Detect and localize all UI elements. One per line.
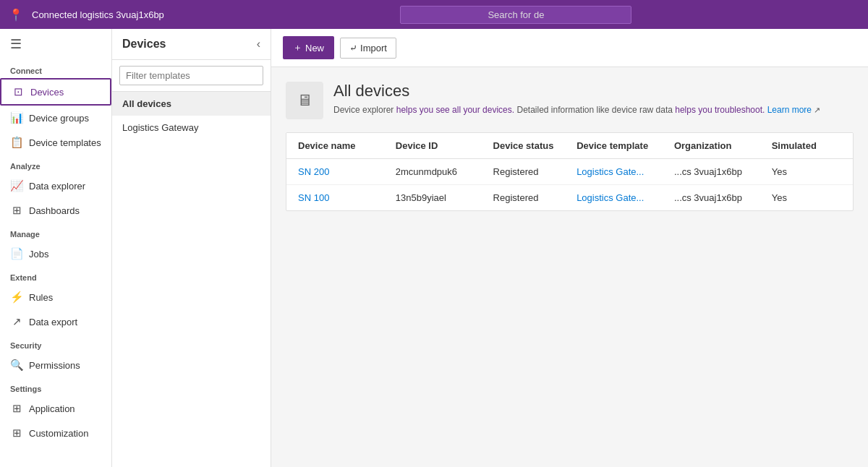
analyze-section-label: Analyze xyxy=(0,155,111,173)
import-button[interactable]: ⤶ Import xyxy=(340,38,396,59)
row1-template-link[interactable]: Logistics Gate... xyxy=(576,166,644,177)
desc-text-2: Detailed information like device raw dat… xyxy=(516,105,675,115)
middle-panel-header: Devices ‹ xyxy=(112,29,271,60)
table-row: SN 200 2mcunmdpuk6 Registered Logistics … xyxy=(286,159,853,185)
devices-table: Device name Device ID Device status Devi… xyxy=(286,132,854,211)
sidebar-item-permissions[interactable]: 🔍 Permissions xyxy=(0,353,111,377)
col-device-template: Device template xyxy=(576,140,674,151)
all-devices-header: 🖥 All devices Device explorer helps you … xyxy=(286,82,854,119)
new-button[interactable]: ＋ New xyxy=(283,36,334,59)
row2-device-id: 13n5b9yiael xyxy=(396,192,493,203)
location-icon: 📍 xyxy=(9,8,23,22)
jobs-icon: 📄 xyxy=(10,247,23,260)
sidebar-item-data-explorer[interactable]: 📈 Data explorer xyxy=(0,173,111,198)
customization-icon: ⊞ xyxy=(10,427,23,440)
permissions-icon: 🔍 xyxy=(10,359,23,372)
device-graphic-icon: 🖥 xyxy=(297,91,312,110)
content-toolbar: ＋ New ⤶ Import xyxy=(271,29,868,67)
row1-device-name-link[interactable]: SN 200 xyxy=(298,166,329,177)
settings-section-label: Settings xyxy=(0,377,111,396)
desc-text-1: Device explorer xyxy=(333,105,396,115)
middle-panel-title: Devices xyxy=(122,38,166,51)
row2-organization: ...cs 3vuaj1x6bp xyxy=(674,192,772,203)
connect-section-label: Connect xyxy=(0,59,111,78)
row2-template-link[interactable]: Logistics Gate... xyxy=(576,192,644,203)
middle-nav-all-devices[interactable]: All devices xyxy=(112,92,271,116)
row1-device-status: Registered xyxy=(493,166,577,177)
import-icon: ⤶ xyxy=(349,43,357,53)
learn-more-link[interactable]: Learn more xyxy=(767,105,812,115)
manage-section-label: Manage xyxy=(0,223,111,241)
external-link-icon: ↗ xyxy=(814,106,820,114)
filter-input[interactable] xyxy=(119,66,263,85)
row1-device-id: 2mcunmdpuk6 xyxy=(396,166,493,177)
application-icon: ⊞ xyxy=(10,402,23,415)
row2-simulated: Yes xyxy=(772,192,841,203)
row2-device-name-link[interactable]: SN 100 xyxy=(298,192,329,203)
col-device-id: Device ID xyxy=(396,140,493,151)
dashboards-icon: ⊞ xyxy=(10,204,23,217)
row2-device-name: SN 100 xyxy=(298,192,396,203)
security-section-label: Security xyxy=(0,334,111,353)
sidebar-item-device-groups[interactable]: 📊 Device groups xyxy=(0,106,111,130)
sidebar-item-data-export[interactable]: ↗ Data export xyxy=(0,309,111,334)
sidebar-item-dashboards[interactable]: ⊞ Dashboards xyxy=(0,198,111,223)
row2-device-template: Logistics Gate... xyxy=(576,192,674,203)
sidebar-item-rules[interactable]: ⚡ Rules xyxy=(0,285,111,309)
table-header: Device name Device ID Device status Devi… xyxy=(286,133,853,159)
row1-device-template: Logistics Gate... xyxy=(576,166,674,177)
desc-highlight-2: helps you troubleshoot. xyxy=(675,105,767,115)
topbar: 📍 Connected logistics 3vuaj1x6bp xyxy=(0,0,868,29)
col-simulated: Simulated xyxy=(772,140,841,151)
device-icon-box: 🖥 xyxy=(286,82,323,119)
search-input[interactable] xyxy=(400,6,631,24)
all-devices-info: All devices Device explorer helps you se… xyxy=(333,82,820,116)
device-groups-icon: 📊 xyxy=(10,111,23,124)
collapse-icon[interactable]: ‹ xyxy=(257,38,260,51)
col-device-status: Device status xyxy=(493,140,577,151)
middle-panel: Devices ‹ All devices Logistics Gateway xyxy=(112,29,271,467)
row1-organization: ...cs 3vuaj1x6bp xyxy=(674,166,772,177)
desc-highlight-1: helps you see all your devices. xyxy=(396,105,517,115)
middle-nav-logistics-gateway[interactable]: Logistics Gateway xyxy=(112,116,271,140)
all-devices-description: Device explorer helps you see all your d… xyxy=(333,103,820,116)
row1-simulated: Yes xyxy=(772,166,841,177)
main-layout: ☰ Connect ⊡ Devices 📊 Device groups 📋 De… xyxy=(0,29,868,467)
rules-icon: ⚡ xyxy=(10,291,23,304)
col-organization: Organization xyxy=(674,140,772,151)
devices-icon: ⊡ xyxy=(12,85,25,98)
hamburger-menu[interactable]: ☰ xyxy=(0,29,111,59)
row2-device-status: Registered xyxy=(493,192,577,203)
sidebar-item-devices[interactable]: ⊡ Devices xyxy=(0,78,111,106)
sidebar-item-application[interactable]: ⊞ Application xyxy=(0,396,111,421)
filter-area xyxy=(112,60,271,92)
sidebar-item-customization[interactable]: ⊞ Customization xyxy=(0,421,111,445)
content-area: ＋ New ⤶ Import 🖥 All devices Device expl… xyxy=(271,29,868,467)
device-templates-icon: 📋 xyxy=(10,136,23,149)
sidebar-item-device-templates[interactable]: 📋 Device templates xyxy=(0,130,111,155)
content-body: 🖥 All devices Device explorer helps you … xyxy=(271,67,868,226)
table-row: SN 100 13n5b9yiael Registered Logistics … xyxy=(286,185,853,210)
all-devices-title: All devices xyxy=(333,82,820,100)
data-explorer-icon: 📈 xyxy=(10,179,23,192)
extend-section-label: Extend xyxy=(0,266,111,285)
sidebar-item-jobs[interactable]: 📄 Jobs xyxy=(0,241,111,266)
plus-icon: ＋ xyxy=(293,41,302,54)
app-title: Connected logistics 3vuaj1x6bp xyxy=(32,9,164,20)
col-device-name: Device name xyxy=(298,140,396,151)
data-export-icon: ↗ xyxy=(10,315,23,328)
row1-device-name: SN 200 xyxy=(298,166,396,177)
left-nav: ☰ Connect ⊡ Devices 📊 Device groups 📋 De… xyxy=(0,29,112,467)
